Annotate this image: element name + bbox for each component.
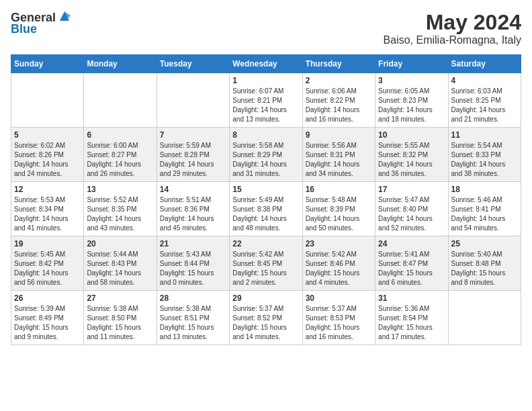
- day-number: 12: [14, 185, 81, 194]
- day-info: Sunrise: 5:40 AM Sunset: 8:48 PM Dayligh…: [451, 250, 518, 287]
- day-number: 30: [306, 293, 372, 303]
- calendar-table: SundayMondayTuesdayWednesdayThursdayFrid…: [11, 54, 521, 345]
- day-info: Sunrise: 6:00 AM Sunset: 8:27 PM Dayligh…: [87, 141, 153, 179]
- calendar-cell: 16Sunrise: 5:48 AM Sunset: 8:39 PM Dayli…: [302, 182, 375, 236]
- day-info: Sunrise: 5:36 AM Sunset: 8:54 PM Dayligh…: [378, 304, 445, 342]
- day-info: Sunrise: 6:02 AM Sunset: 8:26 PM Dayligh…: [14, 141, 81, 179]
- day-info: Sunrise: 5:52 AM Sunset: 8:35 PM Dayligh…: [87, 195, 153, 233]
- day-number: 26: [14, 293, 81, 303]
- day-info: Sunrise: 5:43 AM Sunset: 8:44 PM Dayligh…: [160, 250, 226, 287]
- calendar-week-row: 5Sunrise: 6:02 AM Sunset: 8:26 PM Daylig…: [11, 128, 521, 182]
- day-number: 14: [160, 185, 226, 194]
- calendar-cell: 27Sunrise: 5:38 AM Sunset: 8:50 PM Dayli…: [84, 291, 157, 345]
- day-info: Sunrise: 5:46 AM Sunset: 8:41 PM Dayligh…: [451, 195, 518, 233]
- day-info: Sunrise: 5:37 AM Sunset: 8:52 PM Dayligh…: [232, 304, 299, 342]
- day-info: Sunrise: 5:55 AM Sunset: 8:32 PM Dayligh…: [378, 141, 445, 179]
- calendar-week-row: 26Sunrise: 5:39 AM Sunset: 8:49 PM Dayli…: [11, 291, 521, 345]
- day-info: Sunrise: 5:53 AM Sunset: 8:34 PM Dayligh…: [14, 195, 81, 233]
- logo-blue: Blue: [11, 22, 37, 36]
- day-number: 25: [451, 239, 518, 248]
- day-info: Sunrise: 5:38 AM Sunset: 8:51 PM Dayligh…: [160, 304, 226, 342]
- calendar-cell: 7Sunrise: 5:59 AM Sunset: 8:28 PM Daylig…: [157, 128, 229, 182]
- day-info: Sunrise: 5:47 AM Sunset: 8:40 PM Dayligh…: [378, 195, 445, 233]
- day-info: Sunrise: 5:44 AM Sunset: 8:43 PM Dayligh…: [87, 250, 153, 287]
- weekday-header-thursday: Thursday: [302, 55, 375, 73]
- day-number: 18: [451, 185, 518, 194]
- day-number: 19: [14, 239, 81, 248]
- day-number: 31: [378, 293, 445, 303]
- calendar-cell: 8Sunrise: 5:58 AM Sunset: 8:29 PM Daylig…: [230, 128, 302, 182]
- page-subtitle: Baiso, Emilia-Romagna, Italy: [384, 34, 521, 46]
- day-info: Sunrise: 5:45 AM Sunset: 8:42 PM Dayligh…: [14, 250, 81, 287]
- day-info: Sunrise: 5:58 AM Sunset: 8:29 PM Dayligh…: [232, 141, 299, 179]
- day-info: Sunrise: 6:05 AM Sunset: 8:23 PM Dayligh…: [378, 87, 445, 124]
- day-number: 13: [87, 185, 153, 194]
- weekday-header-saturday: Saturday: [448, 55, 521, 73]
- day-info: Sunrise: 5:39 AM Sunset: 8:49 PM Dayligh…: [14, 304, 81, 342]
- calendar-cell: 14Sunrise: 5:51 AM Sunset: 8:36 PM Dayli…: [157, 182, 229, 236]
- day-number: 28: [160, 293, 226, 303]
- title-block: May 2024 Baiso, Emilia-Romagna, Italy: [384, 11, 521, 46]
- calendar-cell: [157, 73, 229, 128]
- weekday-header-tuesday: Tuesday: [157, 55, 229, 73]
- day-number: 11: [451, 130, 518, 140]
- day-number: 27: [87, 293, 153, 303]
- calendar-header-row: SundayMondayTuesdayWednesdayThursdayFrid…: [11, 55, 521, 73]
- calendar-cell: 3Sunrise: 6:05 AM Sunset: 8:23 PM Daylig…: [375, 73, 448, 128]
- calendar-cell: 18Sunrise: 5:46 AM Sunset: 8:41 PM Dayli…: [448, 182, 521, 236]
- calendar-cell: 30Sunrise: 5:37 AM Sunset: 8:53 PM Dayli…: [302, 291, 375, 345]
- calendar-cell: [84, 73, 157, 128]
- day-number: 6: [87, 130, 153, 140]
- calendar-week-row: 12Sunrise: 5:53 AM Sunset: 8:34 PM Dayli…: [11, 182, 521, 236]
- logo: General Blue: [11, 11, 72, 36]
- day-number: 10: [378, 130, 445, 140]
- calendar-cell: 19Sunrise: 5:45 AM Sunset: 8:42 PM Dayli…: [11, 236, 84, 291]
- day-number: 9: [306, 130, 372, 140]
- page-title: May 2024: [384, 11, 521, 34]
- day-info: Sunrise: 6:07 AM Sunset: 8:21 PM Dayligh…: [232, 87, 299, 124]
- weekday-header-sunday: Sunday: [11, 55, 84, 73]
- day-number: 2: [306, 76, 372, 85]
- day-number: 22: [232, 239, 299, 248]
- calendar-cell: 15Sunrise: 5:49 AM Sunset: 8:38 PM Dayli…: [230, 182, 302, 236]
- day-info: Sunrise: 5:42 AM Sunset: 8:45 PM Dayligh…: [232, 250, 299, 287]
- calendar-cell: 10Sunrise: 5:55 AM Sunset: 8:32 PM Dayli…: [375, 128, 448, 182]
- day-number: 5: [14, 130, 81, 140]
- calendar-cell: 6Sunrise: 6:00 AM Sunset: 8:27 PM Daylig…: [84, 128, 157, 182]
- day-info: Sunrise: 5:59 AM Sunset: 8:28 PM Dayligh…: [160, 141, 226, 179]
- weekday-header-wednesday: Wednesday: [230, 55, 302, 73]
- calendar-cell: 5Sunrise: 6:02 AM Sunset: 8:26 PM Daylig…: [11, 128, 84, 182]
- logo-icon: [57, 9, 72, 24]
- calendar-cell: 13Sunrise: 5:52 AM Sunset: 8:35 PM Dayli…: [84, 182, 157, 236]
- weekday-header-monday: Monday: [84, 55, 157, 73]
- day-number: 29: [232, 293, 299, 303]
- day-info: Sunrise: 5:42 AM Sunset: 8:46 PM Dayligh…: [306, 250, 372, 287]
- calendar-cell: 23Sunrise: 5:42 AM Sunset: 8:46 PM Dayli…: [302, 236, 375, 291]
- day-info: Sunrise: 6:03 AM Sunset: 8:25 PM Dayligh…: [451, 87, 518, 124]
- day-number: 8: [232, 130, 299, 140]
- day-info: Sunrise: 5:48 AM Sunset: 8:39 PM Dayligh…: [306, 195, 372, 233]
- calendar-cell: 4Sunrise: 6:03 AM Sunset: 8:25 PM Daylig…: [448, 73, 521, 128]
- calendar-cell: 21Sunrise: 5:43 AM Sunset: 8:44 PM Dayli…: [157, 236, 229, 291]
- calendar-week-row: 19Sunrise: 5:45 AM Sunset: 8:42 PM Dayli…: [11, 236, 521, 291]
- calendar-cell: 9Sunrise: 5:56 AM Sunset: 8:31 PM Daylig…: [302, 128, 375, 182]
- calendar-cell: 28Sunrise: 5:38 AM Sunset: 8:51 PM Dayli…: [157, 291, 229, 345]
- calendar-cell: [448, 291, 521, 345]
- day-number: 24: [378, 239, 445, 248]
- calendar-cell: 25Sunrise: 5:40 AM Sunset: 8:48 PM Dayli…: [448, 236, 521, 291]
- day-number: 15: [232, 185, 299, 194]
- calendar-cell: 12Sunrise: 5:53 AM Sunset: 8:34 PM Dayli…: [11, 182, 84, 236]
- day-number: 1: [232, 76, 299, 85]
- calendar-cell: 26Sunrise: 5:39 AM Sunset: 8:49 PM Dayli…: [11, 291, 84, 345]
- calendar-cell: 11Sunrise: 5:54 AM Sunset: 8:33 PM Dayli…: [448, 128, 521, 182]
- day-number: 4: [451, 76, 518, 85]
- day-info: Sunrise: 5:51 AM Sunset: 8:36 PM Dayligh…: [160, 195, 226, 233]
- calendar-cell: [11, 73, 84, 128]
- calendar-cell: 1Sunrise: 6:07 AM Sunset: 8:21 PM Daylig…: [230, 73, 302, 128]
- day-number: 23: [306, 239, 372, 248]
- calendar-cell: 20Sunrise: 5:44 AM Sunset: 8:43 PM Dayli…: [84, 236, 157, 291]
- day-number: 21: [160, 239, 226, 248]
- calendar-week-row: 1Sunrise: 6:07 AM Sunset: 8:21 PM Daylig…: [11, 73, 521, 128]
- day-number: 7: [160, 130, 226, 140]
- calendar-cell: 22Sunrise: 5:42 AM Sunset: 8:45 PM Dayli…: [230, 236, 302, 291]
